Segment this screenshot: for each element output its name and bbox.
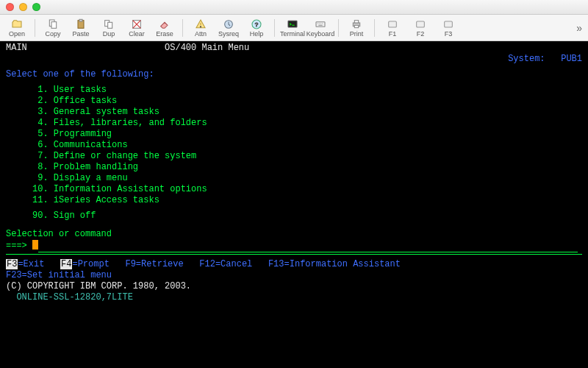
toolbar-label: Open xyxy=(9,30,25,38)
toolbar-label: F2 xyxy=(417,30,425,38)
print-button[interactable]: Print xyxy=(344,15,369,40)
toolbar-label: Erase xyxy=(156,30,173,38)
erase-button[interactable]: Erase xyxy=(152,15,177,40)
toolbar-separator xyxy=(338,19,339,37)
svg-rect-3 xyxy=(79,19,82,21)
status-bar: ONLINE-SSL-128 20,7 LITE xyxy=(6,292,582,303)
f1-button[interactable]: F1 xyxy=(380,15,405,40)
copy-icon xyxy=(46,18,60,30)
dup-icon xyxy=(102,18,115,30)
open-button[interactable]: Open xyxy=(4,15,29,40)
help-icon: ? xyxy=(250,18,263,30)
toolbar-separator xyxy=(274,19,275,37)
toolbar-label: Help xyxy=(250,30,264,38)
command-input[interactable] xyxy=(38,241,578,252)
fkey-F9[interactable]: F9=Retrieve xyxy=(125,259,183,269)
terminal-icon xyxy=(286,18,299,30)
menu-option[interactable]: 7. Define or change the system xyxy=(37,151,196,161)
open-icon xyxy=(10,18,24,30)
terminal-button[interactable]: Terminal xyxy=(280,15,305,40)
paste-icon xyxy=(74,18,87,30)
copy-button[interactable]: Copy xyxy=(40,15,65,40)
system-name: PUB1 xyxy=(561,54,582,64)
fkey-F13[interactable]: F13=Information Assistant xyxy=(268,259,401,269)
toolbar-label: Attn xyxy=(195,30,207,38)
menu-option[interactable]: 1. User tasks xyxy=(37,85,107,95)
attn-icon xyxy=(194,18,207,30)
clear-button[interactable]: Clear xyxy=(124,15,149,40)
menu-option[interactable]: 4. Files, libraries, and folders xyxy=(37,118,207,128)
divider xyxy=(6,254,582,255)
svg-rect-14 xyxy=(354,20,358,22)
paste-button[interactable]: Paste xyxy=(68,15,93,40)
status-connection: ONLINE-SSL-128 xyxy=(16,292,90,303)
help-button[interactable]: ?Help xyxy=(244,15,269,40)
svg-point-7 xyxy=(200,26,201,26)
toolbar-label: Print xyxy=(350,30,364,38)
toolbar-overflow-icon[interactable]: » xyxy=(576,22,582,34)
svg-rect-12 xyxy=(316,21,325,26)
sysreq-button[interactable]: Sysreq xyxy=(216,15,241,40)
toolbar-separator xyxy=(182,19,183,37)
svg-text:?: ? xyxy=(255,21,259,27)
toolbar-label: Keyboard xyxy=(306,30,335,38)
fkey-row-1: F3=Exit F4=Prompt F9=Retrieve F12=Cancel… xyxy=(6,259,582,270)
toolbar-label: F1 xyxy=(389,30,397,38)
toolbar-label: Paste xyxy=(72,30,89,38)
svg-rect-11 xyxy=(288,21,297,27)
select-prompt: Select one of the following: xyxy=(6,69,154,79)
toolbar-label: Terminal xyxy=(280,30,305,38)
toolbar-label: Sysreq xyxy=(218,30,239,38)
menu-option[interactable]: 9. Display a menu xyxy=(37,173,127,183)
window-close-button[interactable] xyxy=(6,3,14,11)
copyright: (C) COPYRIGHT IBM CORP. 1980, 2003. xyxy=(6,281,191,291)
fkey-F4[interactable]: F4 xyxy=(60,259,72,269)
mac-titlebar xyxy=(0,0,588,15)
svg-rect-1 xyxy=(51,21,57,28)
svg-rect-17 xyxy=(417,21,425,27)
svg-rect-18 xyxy=(445,21,453,27)
svg-rect-15 xyxy=(354,25,358,27)
command-label: Selection or command xyxy=(6,229,112,239)
dup-button[interactable]: Dup xyxy=(96,15,121,40)
toolbar-label: Clear xyxy=(129,30,145,38)
text-cursor xyxy=(32,240,38,250)
keyboard-button[interactable]: Keyboard xyxy=(308,15,333,40)
menu-option-signoff[interactable]: 90. Sign off xyxy=(32,210,96,221)
toolbar-label: Copy xyxy=(45,30,60,38)
toolbar-separator xyxy=(35,19,35,37)
menu-option[interactable]: 11. iSeries Access tasks xyxy=(32,195,159,205)
status-mode: LITE xyxy=(112,292,133,303)
menu-option[interactable]: 10. Information Assistant options xyxy=(32,184,207,194)
fkey-F3[interactable]: F3 xyxy=(6,259,18,269)
menu-option[interactable]: 2. Office tasks xyxy=(37,96,117,106)
f2-button[interactable]: F2 xyxy=(408,15,433,40)
menu-option[interactable]: 5. Programming xyxy=(37,129,112,139)
toolbar-label: F3 xyxy=(445,30,453,38)
menu-option[interactable]: 3. General system tasks xyxy=(37,107,159,117)
fkey-F23[interactable]: F23=Set initial menu xyxy=(6,270,112,280)
status-cursor-pos: 20,7 xyxy=(90,292,112,303)
svg-rect-16 xyxy=(389,21,397,27)
fkey-icon xyxy=(386,18,399,30)
sysreq-icon xyxy=(222,18,235,30)
terminal-5250[interactable]: MAIN OS/400 Main Menu System: PUB1 Selec… xyxy=(0,41,588,368)
erase-icon xyxy=(158,18,171,30)
clear-icon xyxy=(130,18,143,30)
fkey-row-2: F23=Set initial menu xyxy=(6,270,582,281)
fkey-F12[interactable]: F12=Cancel xyxy=(199,259,252,269)
menu-id: MAIN xyxy=(6,43,27,53)
f3-button[interactable]: F3 xyxy=(436,15,461,40)
toolbar-label: Dup xyxy=(103,30,115,38)
attn-button[interactable]: Attn xyxy=(188,15,213,40)
menu-option[interactable]: 6. Communications xyxy=(37,140,127,150)
svg-rect-5 xyxy=(108,22,112,28)
window-zoom-button[interactable] xyxy=(32,3,40,11)
toolbar-separator xyxy=(374,19,375,37)
print-icon xyxy=(350,18,363,30)
window-minimize-button[interactable] xyxy=(19,3,27,11)
menu-option[interactable]: 8. Problem handling xyxy=(37,162,138,172)
page-title: OS/400 Main Menu xyxy=(27,43,249,53)
keyboard-icon xyxy=(314,18,327,30)
toolbar: OpenCopyPasteDupClearEraseAttnSysreq?Hel… xyxy=(0,15,588,41)
